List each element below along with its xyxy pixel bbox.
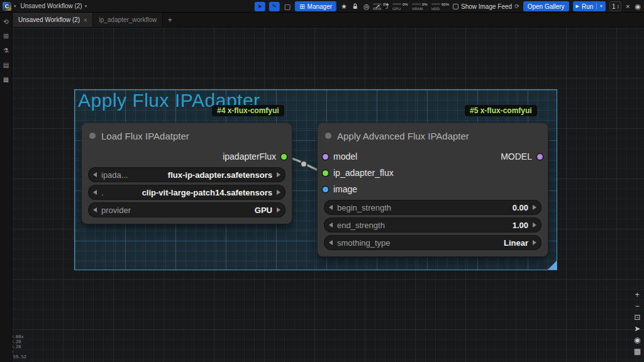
puzzle-icon: ⊞ [299, 3, 304, 10]
widget-smothing-type[interactable]: smothing_type Linear [324, 235, 541, 250]
pointer-icon: ➤ [257, 3, 262, 9]
input-label: model [333, 151, 357, 162]
input-port-model[interactable] [323, 154, 328, 160]
interrupt-button[interactable]: × [625, 3, 630, 10]
widget-value: 1.00 [513, 221, 528, 230]
system-meters: 0% RAM 0% GPU 0% VRAM 60% HDD [373, 3, 448, 11]
gallery-icon[interactable]: ▦ [3, 77, 9, 83]
node-apply-advanced-flux-ipadapter[interactable]: Apply Advanced Flux IPAdapter model MODE… [318, 123, 548, 256]
output-row: ipadapterFlux [82, 148, 292, 165]
logo-menu-caret-icon[interactable]: ▾ [14, 4, 16, 9]
output-label: ipadapterFlux [223, 151, 276, 162]
ram-percent: 0% [383, 3, 389, 6]
canvas-pointer-toggle[interactable]: ➤ [255, 2, 265, 11]
hdd-percent: 60% [441, 3, 449, 6]
open-gallery-button[interactable]: Open Gallery [523, 1, 569, 11]
widget-prev-icon[interactable] [93, 190, 97, 195]
tab-ip-adapter-workflow[interactable]: ip_adapter_workflow [93, 13, 163, 27]
port-row-model: model MODEL [318, 148, 548, 165]
tab-close-icon[interactable]: × [84, 17, 87, 23]
stepper-arrows[interactable]: ▴ ▾ [617, 4, 619, 9]
widget-prev-icon[interactable] [329, 240, 333, 245]
select-mode-icon[interactable]: ➤ [634, 326, 640, 332]
run-button[interactable]: ▶ Run ▾ [573, 1, 606, 11]
node-load-flux-ipadapter[interactable]: Load Flux IPAdatpter ipadapterFlux ipada… [82, 123, 292, 224]
focus-mode-button[interactable]: ◎ [363, 3, 370, 10]
run-dropdown-caret-icon[interactable]: ▾ [600, 4, 602, 9]
collapse-dot[interactable] [325, 133, 331, 139]
widget-begin-strength[interactable]: begin_strength 0.00 [324, 200, 541, 215]
node-header[interactable]: Load Flux IPAdatpter [82, 123, 292, 148]
widget-next-icon[interactable] [277, 207, 280, 212]
widget-value: Linear [504, 238, 528, 248]
widget-increment-icon[interactable] [533, 205, 536, 210]
widget-clip-file[interactable]: . clip-vit-large-patch14.safetensors [88, 185, 286, 200]
widget-value: clip-vit-large-patch14.safetensors [142, 188, 272, 197]
vram-meter: 0% VRAM [412, 3, 428, 11]
workflows-icon[interactable]: ▤ [3, 62, 9, 69]
topbar: C ▾ Unsaved Workflow (2) ▾ ➤ ✎ ▢ ⊞ Manag… [0, 0, 644, 13]
workflow-tabbar: Unsaved Workflow (2) × ip_adapter_workfl… [13, 13, 644, 28]
favorites-button[interactable]: ★ [340, 3, 348, 10]
comfyui-app: C ▾ Unsaved Workflow (2) ▾ ➤ ✎ ▢ ⊞ Manag… [0, 0, 644, 362]
stepper-down-icon[interactable]: ▾ [617, 6, 619, 9]
input-port-ip-adapter-flux[interactable] [323, 170, 328, 176]
widget-next-icon[interactable] [277, 172, 280, 177]
node-badge: #4 x-flux-comfyui [212, 105, 284, 116]
zoom-out-icon[interactable]: − [635, 303, 640, 310]
node-header[interactable]: Apply Advanced Flux IPAdapter [318, 123, 548, 148]
manager-button[interactable]: ⊞ Manager [295, 1, 336, 11]
collapse-dot[interactable] [89, 133, 96, 139]
group-resize-handle[interactable] [548, 261, 557, 270]
widget-prev-icon[interactable] [93, 207, 97, 212]
widget-decrement-icon[interactable] [329, 222, 333, 228]
output-port-model[interactable] [537, 154, 543, 160]
widget-decrement-icon[interactable] [329, 205, 333, 210]
widget-provider[interactable]: provider GPU [88, 202, 286, 217]
show-image-feed-checkbox[interactable] [453, 4, 458, 9]
run-label: Run [582, 3, 593, 10]
circle-icon: ◎ [364, 3, 370, 10]
widget-name: provider [101, 206, 131, 215]
focus-icon[interactable]: ◉ [634, 337, 640, 344]
manager-label: Manager [308, 3, 332, 10]
canvas-edit-toggle[interactable]: ✎ [269, 2, 280, 11]
widget-prev-icon[interactable] [93, 172, 97, 177]
widget-end-strength[interactable]: end_strength 1.00 [324, 217, 541, 233]
run-divider [596, 3, 597, 9]
topbar-left: C ▾ Unsaved Workflow (2) ▾ [3, 2, 87, 11]
node-badge: #5 x-flux-comfyui [465, 105, 537, 116]
widget-next-icon[interactable] [277, 190, 280, 195]
left-sidebar: ⟲ ⊞ ⚗ ▤ ▦ [0, 13, 13, 362]
lock-button[interactable] [352, 3, 359, 9]
node-library-icon[interactable]: ⊞ [3, 33, 8, 40]
input-label: ip_adapter_flux [333, 168, 394, 178]
workflow-menu-caret-icon[interactable]: ▾ [85, 4, 87, 9]
input-label: image [333, 184, 357, 194]
widget-name: . [101, 188, 104, 197]
record-button[interactable]: ◉ [634, 3, 641, 10]
hdd-meter: 60% HDD [431, 3, 448, 11]
node-title: Apply Advanced Flux IPAdapter [337, 131, 469, 141]
refresh-icon[interactable]: ⟳ [514, 3, 519, 9]
workflow-menu[interactable]: Unsaved Workflow (2) [21, 3, 82, 9]
frame-button[interactable]: ▢ [284, 3, 291, 10]
comfyui-logo[interactable]: C [3, 2, 11, 11]
batch-count-stepper[interactable]: 1 ▴ ▾ [609, 1, 621, 11]
tab-unsaved-workflow[interactable]: Unsaved Workflow (2) × [13, 13, 93, 27]
widget-increment-icon[interactable] [533, 222, 536, 228]
topbar-toolbar: ➤ ✎ ▢ ⊞ Manager ★ ◎ ↗ ⤴ [255, 0, 389, 13]
output-port-ipadapterFlux[interactable] [281, 154, 287, 160]
history-icon[interactable]: ⟲ [3, 19, 8, 25]
zoom-in-icon[interactable]: + [635, 292, 640, 299]
widget-next-icon[interactable] [533, 240, 536, 245]
close-icon: × [626, 3, 630, 10]
model-library-icon[interactable]: ⚗ [3, 48, 9, 54]
hdd-label: HDD [431, 7, 440, 11]
input-port-image[interactable] [323, 187, 328, 192]
add-tab-button[interactable]: + [163, 13, 177, 27]
minimap-icon[interactable]: ▦ [634, 348, 641, 355]
add-tab-icon: + [168, 16, 172, 25]
fit-view-icon[interactable]: ⊡ [634, 314, 640, 321]
widget-ipadapter-file[interactable]: ipada... flux-ip-adapter.safetensors [88, 167, 286, 182]
